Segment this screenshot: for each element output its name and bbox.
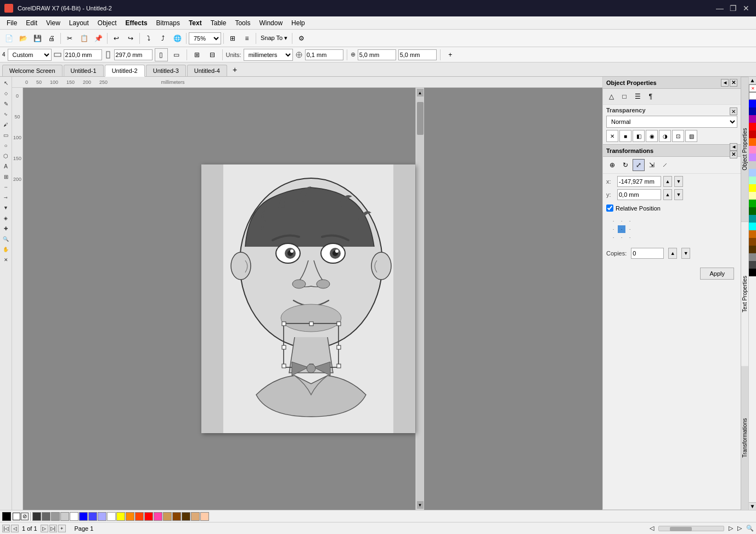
landscape-button[interactable]: ▭ — [170, 48, 183, 61]
offset-y-input[interactable] — [398, 49, 437, 60]
stroke-icon-button[interactable]: □ — [618, 90, 630, 103]
relative-position-checkbox[interactable] — [606, 204, 613, 212]
uniform-transparency-button[interactable]: ■ — [619, 130, 631, 142]
nudge-input[interactable] — [305, 49, 343, 60]
copy-button[interactable]: 📋 — [77, 32, 91, 45]
menu-window[interactable]: Window — [255, 18, 287, 28]
trans-pin-button[interactable]: ◂ — [730, 143, 737, 151]
pos-tr[interactable]: · — [626, 217, 634, 225]
transparency-mode-select[interactable]: Normal Multiply Screen Overlay — [606, 116, 737, 128]
yellow-swatch[interactable] — [749, 184, 756, 192]
fill-tool[interactable]: ▼ — [1, 203, 11, 213]
no-fill-swatch[interactable]: ⊘ — [21, 513, 29, 520]
midgray-swatch[interactable] — [749, 253, 756, 261]
green-swatch[interactable] — [749, 200, 756, 207]
scroll-up-button[interactable]: ▲ — [417, 89, 424, 96]
last-page-button[interactable]: ▷| — [49, 525, 57, 532]
sw-black[interactable] — [32, 512, 41, 521]
menu-layout[interactable]: Layout — [65, 18, 93, 28]
pos-mc[interactable]: · — [618, 225, 625, 233]
prev-page-button[interactable]: ◁ — [11, 525, 19, 532]
node-tool[interactable]: ◇ — [1, 88, 11, 98]
copies-decrement-button[interactable]: ▼ — [681, 248, 690, 259]
pos-br[interactable]: · — [626, 234, 634, 241]
object-properties-vtab[interactable]: Object Properties — [741, 77, 748, 221]
purple-swatch[interactable] — [749, 115, 756, 123]
palette-scroll-down[interactable]: ▼ — [749, 502, 756, 510]
sw-lightgray[interactable] — [60, 512, 69, 521]
size-tool-button[interactable]: ⇲ — [646, 159, 658, 171]
scale-tool-button[interactable]: ⤢ — [633, 159, 645, 171]
first-page-button[interactable]: |◁ — [2, 525, 10, 532]
no-color-swatch[interactable]: ✕ — [749, 84, 756, 92]
v-scrollbar[interactable]: ▲ ▼ — [415, 88, 424, 510]
page-height-input[interactable] — [114, 49, 153, 60]
color-eyedropper-tool[interactable]: ✚ — [1, 224, 11, 234]
panel-close-button[interactable]: ✕ — [730, 79, 737, 87]
hand-tool[interactable]: ✋ — [1, 245, 11, 254]
print-button[interactable]: 🖨 — [45, 32, 58, 45]
darkgray-swatch[interactable] — [749, 261, 756, 269]
skew-tool-button[interactable]: ⟋ — [659, 159, 671, 171]
pos-bl[interactable]: · — [610, 234, 617, 241]
sw-yellow[interactable] — [116, 512, 125, 521]
conical-transparency-button[interactable]: ◑ — [659, 130, 671, 142]
brown-swatch[interactable] — [749, 238, 756, 246]
table-tool[interactable]: ⊞ — [1, 172, 11, 181]
apply-button[interactable]: Apply — [700, 268, 734, 280]
open-button[interactable]: 📂 — [16, 32, 30, 45]
sw-white[interactable] — [70, 512, 78, 521]
interactive-fill-tool[interactable]: ◈ — [1, 213, 11, 223]
select-tool[interactable]: ↖ — [1, 78, 11, 88]
tab-untitled2[interactable]: Untitled-2 — [105, 65, 145, 77]
position-tool-button[interactable]: ⊕ — [606, 159, 618, 171]
sw-white2[interactable] — [107, 512, 116, 521]
y-value-input[interactable] — [617, 189, 661, 200]
darkred-swatch[interactable] — [749, 130, 756, 138]
page-preset-select[interactable]: Custom — [8, 49, 52, 61]
polygon-tool[interactable]: ⬡ — [1, 151, 11, 161]
ellipse-tool[interactable]: ○ — [1, 140, 11, 150]
x-decrement-button[interactable]: ▼ — [674, 176, 683, 187]
linear-transparency-button[interactable]: ◧ — [633, 130, 645, 142]
copies-input[interactable] — [631, 248, 664, 259]
paragraph-icon-button[interactable]: ¶ — [645, 90, 657, 103]
palette-scroll-up[interactable]: ▲ — [749, 77, 756, 84]
undo-button[interactable]: ↩ — [110, 32, 123, 45]
cross-tool[interactable]: ✕ — [1, 255, 11, 265]
sw-peach[interactable] — [200, 512, 209, 521]
copies-increment-button[interactable]: ▲ — [668, 248, 677, 259]
canvas-workspace[interactable]: ▲ ▼ — [23, 88, 602, 510]
lightpurple-swatch[interactable] — [749, 154, 756, 161]
h-scroll-thumb[interactable] — [670, 527, 692, 531]
sw-darkgray[interactable] — [42, 512, 50, 521]
darkbrown-swatch[interactable] — [749, 246, 756, 253]
restore-button[interactable]: ❐ — [727, 3, 738, 14]
tab-welcome[interactable]: Welcome Screen — [2, 65, 63, 76]
menu-view[interactable]: View — [42, 18, 65, 28]
tab-untitled3[interactable]: Untitled-3 — [146, 65, 186, 76]
menu-table[interactable]: Table — [206, 18, 231, 28]
pos-mr[interactable]: · — [626, 225, 634, 233]
sw-lightblue[interactable] — [98, 512, 106, 521]
black-swatch[interactable] — [749, 269, 756, 276]
white-swatch[interactable] — [749, 92, 756, 100]
x-value-input[interactable] — [617, 176, 661, 187]
tab-untitled4[interactable]: Untitled-4 — [187, 65, 227, 76]
sw-tan2[interactable] — [191, 512, 200, 521]
zoom-tool[interactable]: 🔍 — [1, 234, 11, 244]
menu-text[interactable]: Text — [184, 18, 206, 28]
pink-swatch[interactable] — [749, 146, 756, 154]
summary-icon-button[interactable]: ☰ — [631, 90, 644, 103]
units-select[interactable]: millimeters — [244, 49, 293, 61]
export-button[interactable]: ⤴ — [156, 32, 170, 45]
teal-swatch[interactable] — [749, 215, 756, 223]
bezier-tool[interactable]: ∿ — [1, 109, 11, 119]
connector-tool[interactable]: ⊸ — [1, 192, 11, 202]
minimize-button[interactable]: — — [714, 3, 725, 14]
close-button[interactable]: ✕ — [741, 3, 752, 14]
darkorange-swatch[interactable] — [749, 230, 756, 238]
tab-add-button[interactable]: + — [228, 63, 241, 76]
sw-darkorange[interactable] — [135, 512, 144, 521]
menu-file[interactable]: File — [2, 18, 21, 28]
